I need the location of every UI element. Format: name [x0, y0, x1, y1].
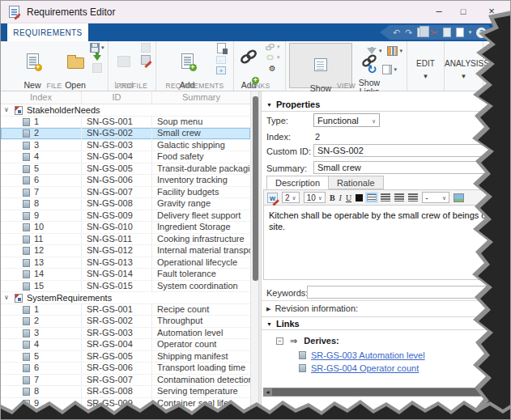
keywords-field[interactable] [307, 286, 509, 299]
requirement-row[interactable]: 2SR-GS-002Throughput [1, 316, 250, 328]
links-section-header[interactable]: ▼Links [262, 316, 511, 330]
cut-icon[interactable]: ✂ [430, 26, 437, 39]
requirement-row[interactable]: 6SN-GS-006Inventory tracking [1, 175, 250, 187]
requirement-row[interactable]: 3SN-GS-003Galactic shipping [1, 140, 250, 152]
group-row-SystemRequirements[interactable]: ∨SystemRequirements [1, 292, 250, 304]
column-view-caret-icon[interactable]: ▾ [394, 66, 398, 73]
requirement-row[interactable]: 4SN-GS-004Food safety [1, 151, 250, 163]
chevron-expanded-icon[interactable]: ∨ [4, 292, 9, 303]
requirement-row[interactable]: 5SR-GS-005Shipping manifest [1, 351, 250, 363]
tab-requirements[interactable]: REQUIREMENTS [7, 23, 88, 41]
save-caret-icon[interactable]: ▾ [101, 45, 104, 51]
requirement-row[interactable]: 1SR-GS-001Recipe count [1, 304, 250, 316]
requirement-row[interactable]: 1SN-GS-001Soup menu [1, 117, 250, 129]
requirement-row[interactable]: 8SN-GS-008Gravity range [1, 198, 250, 210]
horizontal-scroll-thumb[interactable] [272, 388, 491, 396]
requirement-row[interactable]: 5SN-GS-005Transit-durable packaging [1, 163, 250, 176]
close-button[interactable]: × [479, 1, 504, 23]
requirement-link[interactable]: SR-GS-004 Operator count [311, 363, 419, 373]
promote-requirement-icon[interactable]: ← [216, 56, 226, 64]
insert-image-button[interactable] [454, 193, 464, 202]
requirement-row[interactable]: 13SN-GS-013Operational lifecycle [1, 257, 250, 269]
save-icon[interactable] [90, 43, 100, 53]
revision-information-section[interactable]: ▶Revision information: [262, 300, 511, 315]
requirement-row[interactable]: 7SN-GS-007Facility budgets [1, 187, 250, 199]
align-left-button[interactable] [367, 193, 377, 202]
undo-icon[interactable]: ↶ [393, 26, 400, 39]
share-menu[interactable]: SHARE ▼ [483, 41, 511, 91]
quick-access-caret-icon[interactable]: ▾ [469, 29, 472, 36]
align-justify-button[interactable] [408, 193, 418, 202]
column-view-icon[interactable] [382, 65, 392, 74]
export-icon[interactable] [92, 63, 102, 73]
requirement-row[interactable]: 2SN-GS-002Small crew [1, 128, 250, 140]
requirement-row[interactable]: 11SN-GS-011Cooking infrastructure [1, 234, 250, 246]
notes-icon[interactable] [456, 28, 464, 37]
filter-caret-icon[interactable]: ▾ [379, 48, 382, 54]
font-size-dropdown[interactable]: 10∨ [304, 192, 326, 203]
columns-grid-icon[interactable] [387, 46, 398, 56]
maximize-button[interactable]: □ [451, 1, 475, 23]
profile-options-icon[interactable] [141, 43, 151, 53]
requirement-row[interactable]: 14SN-GS-014Fault tolerance [1, 269, 250, 281]
derives-collapse-icon[interactable]: − [276, 337, 283, 345]
help-icon[interactable]: ? [476, 28, 487, 38]
font-style-dropdown[interactable]: 2∨ [282, 192, 300, 203]
requirement-row[interactable]: 10SN-GS-010Ingredient Storage [1, 222, 250, 234]
filter-icon[interactable] [367, 48, 377, 54]
delete-requirement-icon[interactable] [217, 43, 226, 53]
scroll-left-icon[interactable]: ◄ [265, 388, 270, 397]
summary-field[interactable]: Small crew [313, 161, 509, 174]
edit-profile-icon[interactable] [141, 55, 151, 65]
demote-requirement-icon[interactable]: + [216, 66, 226, 74]
requirement-row[interactable]: 4SR-GS-004Operator count [1, 339, 250, 351]
requirement-row[interactable]: 9SN-GS-009Delivery fleet support [1, 210, 250, 223]
properties-section-header[interactable]: ▼Properties [262, 98, 511, 112]
requirement-row[interactable]: 3SR-GS-003Automation level [1, 328, 250, 340]
tab-description[interactable]: Description [266, 176, 329, 189]
underline-button[interactable]: U [346, 193, 351, 202]
column-header-summary[interactable]: Summary [152, 91, 250, 104]
column-header-index[interactable]: Index [1, 91, 82, 104]
requirement-row[interactable]: 12SN-GS-012Internal material transport [1, 245, 250, 257]
requirement-icon [23, 235, 30, 244]
panel-horizontal-scrollbar[interactable]: ◄ ► [263, 388, 500, 397]
type-dropdown[interactable]: Functional∨ [313, 113, 380, 127]
clip-options-icon[interactable] [265, 53, 275, 62]
requirement-link[interactable]: SR-GS-003 Automation level [311, 350, 425, 360]
tab-rationale[interactable]: Rationale [329, 176, 383, 189]
chevron-expanded-icon[interactable]: ∨ [4, 104, 9, 116]
import-icon[interactable] [93, 55, 101, 61]
add-link-icon: + [240, 40, 258, 83]
analysis-menu[interactable]: ANALYSIS ▼ [445, 41, 483, 91]
scroll-right-icon[interactable]: ► [492, 388, 498, 397]
custom-id-field[interactable]: SN-GS-002 [313, 144, 509, 157]
partial-requirement-row[interactable] [1, 409, 250, 420]
requirement-row[interactable]: 9SR-GS-009Container seal life [1, 398, 250, 410]
requirement-row[interactable]: 6SR-GS-006Transport loading time [1, 363, 250, 375]
align-right-button[interactable] [394, 193, 404, 202]
columns-caret-icon[interactable]: ▾ [400, 48, 403, 54]
refresh-icon[interactable]: ↻ [367, 64, 377, 75]
italic-button[interactable]: I [339, 193, 342, 202]
copy-icon[interactable] [417, 28, 425, 37]
minimize-button[interactable]: – [427, 1, 451, 23]
edit-menu[interactable]: EDIT ▼ [407, 41, 445, 91]
description-editor[interactable]: Kitchen shall be operable by the small c… [263, 206, 508, 280]
redo-icon[interactable]: ↷ [405, 26, 412, 39]
column-header-id[interactable]: ID [82, 91, 152, 104]
group-row-StakeholderNeeds[interactable]: ∨StakeholderNeeds [1, 104, 250, 117]
align-center-button[interactable] [381, 193, 390, 202]
table-vertical-scrollbar[interactable] [250, 91, 258, 420]
requirement-row[interactable]: 7SR-GS-007Contamination detection [1, 375, 250, 387]
table-scroll-thumb[interactable] [253, 96, 258, 281]
list-style-dropdown[interactable]: -∨ [422, 192, 449, 203]
font-color-button[interactable] [356, 194, 363, 202]
word-export-icon[interactable]: w [267, 193, 278, 203]
requirement-row[interactable]: 8SR-GS-008Serving temperature [1, 386, 250, 398]
link-settings-gear-icon[interactable]: ⚙ [269, 64, 276, 73]
paste-icon[interactable] [443, 28, 451, 37]
bold-button[interactable]: B [330, 193, 335, 202]
requirement-row[interactable]: 15SN-GS-015System coordination [1, 281, 250, 293]
link-options-icon[interactable] [265, 43, 275, 51]
